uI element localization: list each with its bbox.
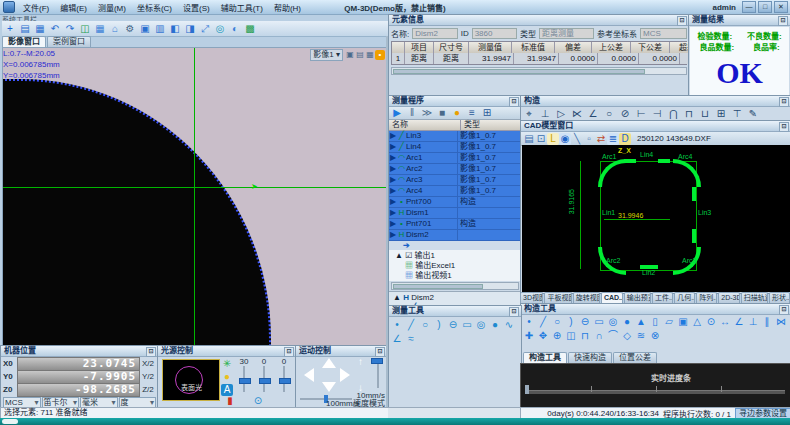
output-root[interactable]: ▲ ☑ 输出1 bbox=[395, 251, 521, 261]
snapshot-icon[interactable]: ▣ bbox=[345, 50, 355, 60]
open-dxf-icon[interactable]: ▤ bbox=[523, 133, 535, 145]
table-hscrollbar[interactable] bbox=[391, 67, 687, 75]
circle-icon[interactable]: ○ bbox=[603, 108, 615, 120]
grid-overlay-icon[interactable]: ▦ bbox=[365, 50, 375, 60]
taskbar[interactable] bbox=[0, 418, 790, 425]
align-icon[interactable]: ⇄ bbox=[595, 133, 607, 145]
offset-icon[interactable]: ✥ bbox=[537, 330, 549, 342]
start-button[interactable] bbox=[2, 419, 18, 424]
half-button-X0[interactable]: X/2 bbox=[140, 359, 156, 368]
output-video[interactable]: ▦ 输出视频1 bbox=[395, 271, 521, 281]
fit-view-icon[interactable]: ⊡ bbox=[535, 133, 547, 145]
minimize-button[interactable]: — bbox=[742, 1, 756, 13]
symmetry-icon[interactable]: ⊤ bbox=[731, 108, 743, 120]
expand-icon[interactable]: ⊞ bbox=[481, 107, 493, 119]
camera-icon[interactable]: ▣ bbox=[139, 23, 151, 35]
menu-3[interactable]: 坐标系(C) bbox=[132, 2, 177, 13]
cone-icon[interactable]: ▲ bbox=[635, 316, 647, 328]
pin-icon[interactable]: ⊡ bbox=[509, 307, 519, 317]
surface-light-icon[interactable]: ● bbox=[221, 371, 233, 383]
tab-CAD...[interactable]: CAD... bbox=[601, 292, 623, 303]
tangent-icon[interactable]: ⊘ bbox=[619, 108, 631, 120]
home-icon[interactable]: ⌂ bbox=[109, 23, 121, 35]
ellipse-icon[interactable]: ⊖ bbox=[579, 316, 591, 328]
tab-案例窗口[interactable]: 案例窗口 bbox=[47, 36, 91, 47]
jog-down-button[interactable] bbox=[322, 382, 336, 392]
pin-icon[interactable]: ⊡ bbox=[375, 347, 385, 357]
combine-icon[interactable]: ⊕ bbox=[551, 330, 563, 342]
field-value-2[interactable]: 距离测量 bbox=[539, 28, 594, 39]
project-right-icon[interactable]: ⊣ bbox=[651, 108, 663, 120]
pause-icon[interactable]: ‖ bbox=[406, 107, 418, 119]
angle2-icon[interactable]: ∠ bbox=[733, 316, 745, 328]
tab-构造工具[interactable]: 构造工具 bbox=[523, 352, 567, 363]
intersect-icon[interactable]: ⋉ bbox=[571, 108, 583, 120]
tab-形状...[interactable]: 形状... bbox=[769, 292, 790, 303]
tab-快速构造[interactable]: 快速构造 bbox=[568, 352, 612, 363]
tile-horizontal-icon[interactable]: ◧ bbox=[169, 23, 181, 35]
menu-2[interactable]: 测量(M) bbox=[93, 2, 131, 13]
torus-icon[interactable]: ⊙ bbox=[705, 316, 717, 328]
tab-工件...[interactable]: 工件... bbox=[652, 292, 673, 303]
grid-icon[interactable]: ⊞ bbox=[715, 108, 727, 120]
program-row-Pnt701[interactable]: ▶•Pnt701构造 bbox=[389, 219, 521, 230]
tab-输出预览[interactable]: 输出预览 bbox=[624, 292, 651, 303]
jog-right-button[interactable] bbox=[340, 368, 350, 382]
redo-icon[interactable]: ↷ bbox=[64, 23, 76, 35]
slot-icon[interactable]: ▭ bbox=[593, 316, 605, 328]
report-icon[interactable]: ▥ bbox=[154, 23, 166, 35]
sphere-icon[interactable]: ● bbox=[621, 316, 633, 328]
video-window[interactable]: ➤ L:0.7--M:20.05 X=0.006785mm Y=0.006785… bbox=[2, 47, 388, 347]
settings-gear-icon[interactable]: ⚙ bbox=[124, 23, 136, 35]
cube-icon[interactable]: ▣ bbox=[677, 316, 689, 328]
plane-icon[interactable]: ▱ bbox=[663, 316, 675, 328]
run-icon[interactable]: ▶ bbox=[391, 107, 403, 119]
tab-扫描轨迹[interactable]: 扫描轨迹 bbox=[741, 292, 768, 303]
program-row-Dism2[interactable]: ▶HDism2 bbox=[389, 230, 521, 241]
tab-阵列...[interactable]: 阵列... bbox=[696, 292, 717, 303]
arc-fit-icon[interactable]: ⌒ bbox=[607, 330, 619, 342]
circle-select-icon[interactable]: ◉ bbox=[559, 133, 571, 145]
program-row-Lin3[interactable]: ▶╱Lin3影像1_0.7 bbox=[389, 131, 521, 142]
menu-1[interactable]: 编辑(E) bbox=[55, 2, 92, 13]
field-value-1[interactable]: 3860 bbox=[472, 28, 517, 39]
program-hscrollbar[interactable] bbox=[391, 282, 519, 290]
field-value-3[interactable]: MCS bbox=[640, 28, 687, 39]
pin-icon[interactable]: ⊡ bbox=[779, 305, 789, 315]
column-name[interactable]: 名称 bbox=[389, 120, 461, 130]
layer-l-icon[interactable]: L bbox=[547, 133, 559, 145]
menu-5[interactable]: 辅助工具(T) bbox=[216, 2, 268, 13]
tab-平板视图[interactable]: 平板视图 bbox=[544, 292, 571, 303]
dxf-d-icon[interactable]: D bbox=[619, 133, 631, 145]
fit-icon[interactable]: ⋈ bbox=[775, 316, 787, 328]
point-icon[interactable]: • bbox=[391, 319, 403, 331]
contrast-icon[interactable]: ◐ bbox=[229, 23, 241, 35]
pin-icon[interactable]: ⊡ bbox=[146, 347, 156, 357]
video-settings-icon[interactable]: ▤ bbox=[355, 50, 365, 60]
lock-icon[interactable]: • bbox=[375, 50, 385, 60]
maximize-button[interactable]: □ bbox=[758, 1, 772, 13]
step-icon[interactable]: ≫ bbox=[421, 107, 433, 119]
tab-位置公差[interactable]: 位置公差 bbox=[613, 352, 657, 363]
point-icon[interactable]: • bbox=[523, 316, 535, 328]
bridge-icon[interactable]: ⊓ bbox=[579, 330, 591, 342]
fullscreen-icon[interactable]: ⤢ bbox=[199, 23, 211, 35]
arc-icon[interactable]: ) bbox=[565, 316, 577, 328]
close-button[interactable]: ✕ bbox=[774, 1, 788, 13]
parallel-icon[interactable]: ∥ bbox=[761, 316, 773, 328]
exclude-icon[interactable]: ⊗ bbox=[649, 330, 661, 342]
perpendicular-icon[interactable]: ⊥ bbox=[539, 108, 551, 120]
angle-icon[interactable]: ∠ bbox=[587, 108, 599, 120]
z-up-button[interactable]: ↑ bbox=[358, 356, 363, 367]
tab-旋转视图[interactable]: 旋转视图 bbox=[573, 292, 600, 303]
curve-icon[interactable]: ∿ bbox=[503, 319, 515, 331]
vertical-splitter[interactable] bbox=[386, 36, 388, 407]
bridge-top-icon[interactable]: ⊓ bbox=[683, 108, 695, 120]
tab-3D视图[interactable]: 3D视图 bbox=[520, 292, 543, 303]
ring-icon[interactable]: ◎ bbox=[475, 319, 487, 331]
layers-icon[interactable]: ≣ bbox=[607, 133, 619, 145]
program-row-Dism1[interactable]: ▶HDism1 bbox=[389, 208, 521, 219]
project-left-icon[interactable]: ⊢ bbox=[635, 108, 647, 120]
timeline-track[interactable] bbox=[525, 390, 785, 394]
list-icon[interactable]: ≡ bbox=[466, 107, 478, 119]
